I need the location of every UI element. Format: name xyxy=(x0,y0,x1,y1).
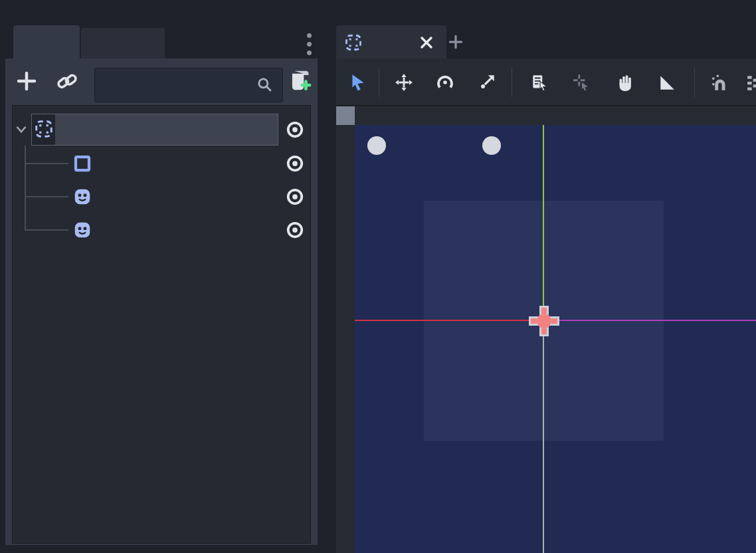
table-row[interactable] xyxy=(31,114,278,146)
node2d-icon xyxy=(34,118,54,140)
pivot-tool-icon[interactable] xyxy=(572,73,591,92)
toolbar-separator xyxy=(379,68,379,97)
godot-editor-window xyxy=(0,0,756,553)
ruler-horizontal xyxy=(355,106,756,125)
zoom-out-button[interactable] xyxy=(367,136,386,155)
zoom-in-button[interactable] xyxy=(482,136,501,155)
tree-connector xyxy=(25,163,68,164)
tree-connector xyxy=(25,196,68,197)
tab-import[interactable] xyxy=(81,28,165,58)
scene-dock-body xyxy=(5,58,318,545)
node2d-icon xyxy=(344,33,363,52)
viewport-panel xyxy=(336,24,756,553)
attach-script-icon[interactable] xyxy=(287,68,312,96)
instance-scene-icon[interactable] xyxy=(56,70,78,96)
tree-connector xyxy=(25,229,68,231)
menu-bar xyxy=(0,0,756,11)
rotate-tool-icon[interactable] xyxy=(436,73,454,92)
smart-snap-icon[interactable] xyxy=(710,73,729,92)
toolbar-separator xyxy=(512,68,512,97)
y-axis-positive xyxy=(543,334,544,553)
x-axis-positive xyxy=(557,320,756,321)
move-tool-icon[interactable] xyxy=(395,73,413,92)
filter-nodes-input[interactable] xyxy=(104,71,246,99)
search-icon xyxy=(256,76,273,93)
toolbar-separator xyxy=(694,68,695,97)
visibility-toggle-icon[interactable] xyxy=(285,120,305,140)
close-icon[interactable] xyxy=(419,35,434,51)
scale-tool-icon[interactable] xyxy=(478,73,496,92)
sprite-icon xyxy=(72,185,92,208)
tab-scene[interactable] xyxy=(13,25,80,58)
dock-options-icon[interactable] xyxy=(303,32,316,58)
select-tool-icon[interactable] xyxy=(348,73,367,92)
grid-snap-icon[interactable] xyxy=(746,73,756,92)
canvas-toolbar xyxy=(336,58,756,106)
visibility-toggle-icon[interactable] xyxy=(285,187,305,207)
ruler-tool-icon[interactable] xyxy=(658,73,676,92)
sprite-icon xyxy=(72,219,92,241)
chevron-down-icon[interactable] xyxy=(14,123,29,136)
visibility-toggle-icon[interactable] xyxy=(285,220,305,240)
pan-tool-icon[interactable] xyxy=(616,73,634,92)
add-node-icon[interactable] xyxy=(15,69,39,96)
origin-gizmo[interactable] xyxy=(529,306,559,336)
ruler-corner xyxy=(336,106,355,125)
canvas-2d[interactable] xyxy=(355,125,756,553)
scene-tab-grass[interactable] xyxy=(336,25,446,58)
collision-shape-2d-icon xyxy=(72,152,92,175)
x-axis-negative xyxy=(355,320,531,321)
ruler-vertical xyxy=(336,125,355,553)
tree-connector xyxy=(25,146,26,231)
visibility-toggle-icon[interactable] xyxy=(285,154,305,173)
y-axis-negative xyxy=(543,125,544,308)
new-scene-tab-icon[interactable] xyxy=(447,33,464,51)
list-select-tool-icon[interactable] xyxy=(530,73,549,92)
scene-tree xyxy=(12,105,311,544)
filter-nodes-box xyxy=(94,68,283,102)
scene-dock xyxy=(5,24,318,545)
